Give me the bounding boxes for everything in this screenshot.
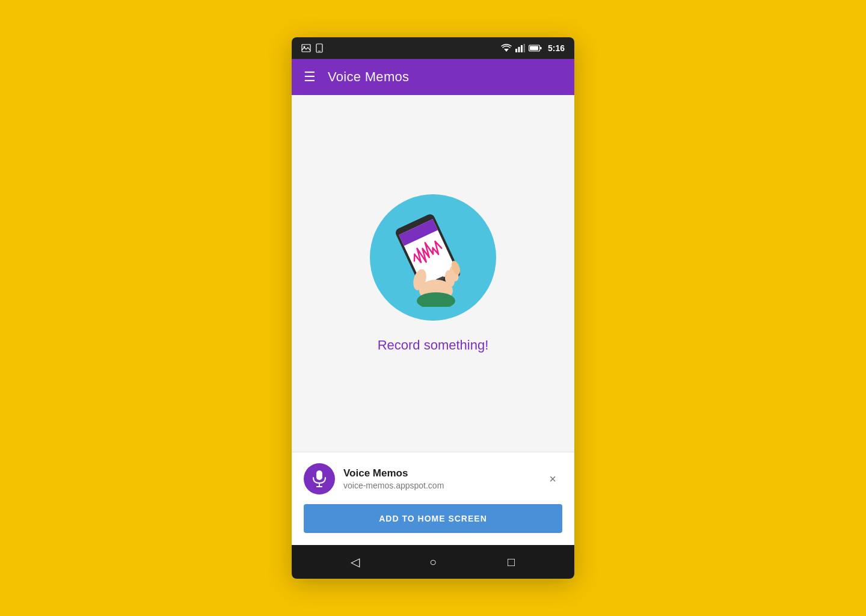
wifi-icon: [501, 44, 512, 52]
signal-icon: [515, 44, 525, 52]
app-info: Voice Memos voice-memos.appspot.com: [343, 467, 535, 490]
status-bar: 5:16: [292, 37, 574, 59]
app-info-url: voice-memos.appspot.com: [343, 481, 535, 490]
phone-illustration: [391, 208, 475, 307]
image-icon: [301, 44, 311, 52]
status-icons: 5:16: [501, 43, 565, 53]
record-text: Record something!: [378, 337, 489, 353]
battery-icon: [529, 45, 542, 52]
svg-rect-11: [540, 47, 542, 49]
app-title: Voice Memos: [328, 69, 409, 85]
phone-frame: 5:16 ☰ Voice Memos: [292, 37, 574, 579]
app-icon-circle: [304, 463, 335, 494]
close-button[interactable]: ×: [543, 469, 562, 488]
svg-rect-0: [302, 45, 310, 52]
back-button[interactable]: ◁: [343, 550, 367, 574]
hamburger-icon[interactable]: ☰: [304, 70, 316, 84]
svg-marker-4: [504, 49, 509, 52]
add-to-home-screen-button[interactable]: ADD TO HOME SCREEN: [304, 504, 562, 533]
svg-rect-7: [521, 45, 523, 52]
status-left-icons: [301, 43, 323, 53]
app-bar: ☰ Voice Memos: [292, 59, 574, 95]
app-info-name: Voice Memos: [343, 467, 535, 479]
microphone-icon: [312, 470, 327, 488]
home-button[interactable]: ○: [421, 550, 445, 574]
svg-rect-5: [515, 49, 517, 52]
main-content: Record something!: [292, 95, 574, 452]
recents-button[interactable]: □: [499, 550, 523, 574]
svg-rect-8: [523, 44, 525, 52]
illustration-circle: [370, 194, 496, 321]
phone-status-icon: [316, 43, 323, 53]
bottom-sheet-header: Voice Memos voice-memos.appspot.com ×: [304, 463, 562, 494]
status-time: 5:16: [548, 43, 565, 53]
bottom-sheet: Voice Memos voice-memos.appspot.com × AD…: [292, 452, 574, 545]
svg-rect-22: [316, 470, 322, 480]
svg-rect-6: [518, 47, 520, 52]
nav-bar: ◁ ○ □: [292, 545, 574, 579]
svg-rect-10: [530, 46, 538, 51]
